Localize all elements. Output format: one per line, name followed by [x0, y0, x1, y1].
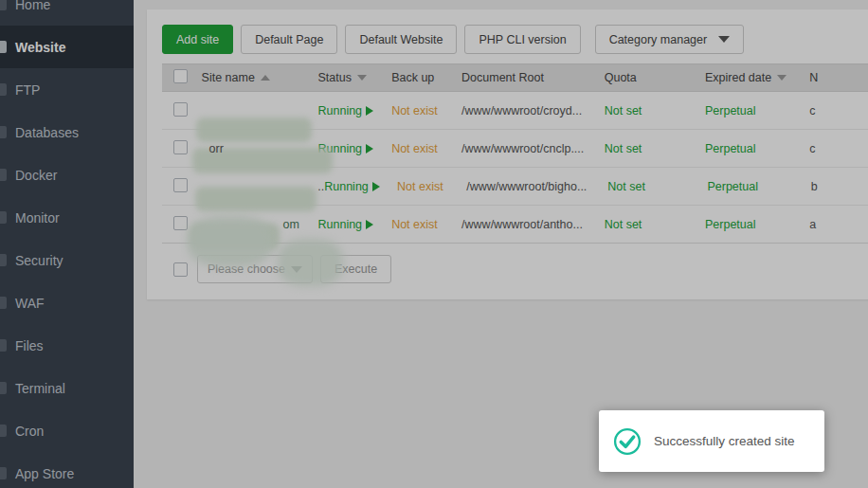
success-toast: Successfully created site [599, 410, 824, 472]
app-window: Home Website FTP Databases Docker Monito… [0, 0, 868, 488]
toast-message: Successfully created site [654, 434, 795, 448]
success-check-icon [612, 426, 642, 457]
